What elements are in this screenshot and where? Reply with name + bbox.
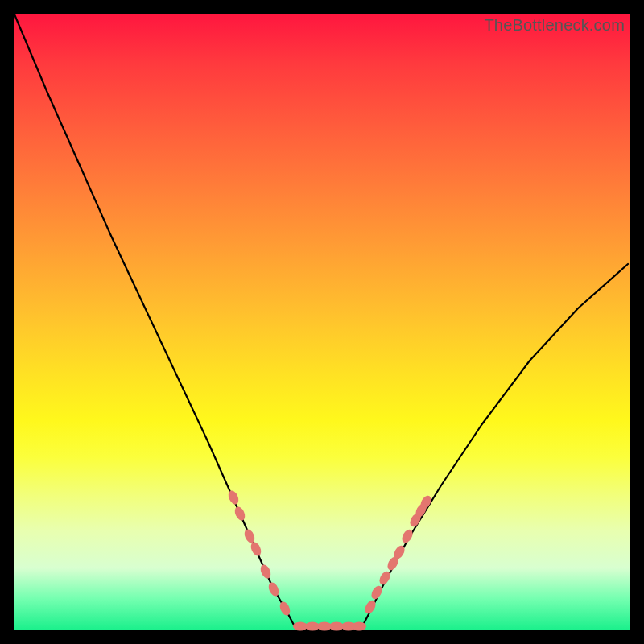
curve-right-branch	[361, 264, 628, 630]
markers-left-group	[226, 489, 292, 617]
data-marker	[266, 581, 281, 598]
markers-right-group	[363, 493, 434, 615]
data-marker	[352, 622, 366, 631]
data-marker	[233, 506, 247, 522]
data-marker	[249, 541, 263, 558]
data-marker	[278, 601, 292, 617]
chart-frame: TheBottleneck.com	[14, 14, 630, 630]
chart-svg	[14, 14, 630, 630]
data-marker	[242, 528, 257, 545]
plot-area: TheBottleneck.com	[14, 14, 630, 630]
data-marker	[258, 564, 273, 580]
data-marker	[226, 489, 241, 506]
